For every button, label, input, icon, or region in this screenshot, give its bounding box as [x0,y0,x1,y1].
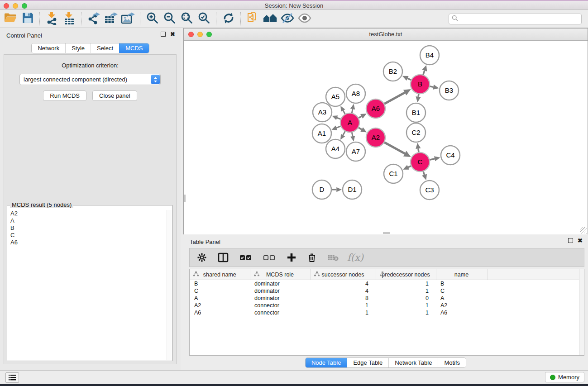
column-header-predecessor-nodes[interactable]: predecessor nodes [376,269,436,280]
canvas-horizontal-scrollbar[interactable] [383,232,390,234]
import-network-button[interactable] [43,11,61,27]
node-B1[interactable]: B1 [406,103,425,122]
hide-selected-button[interactable] [279,11,296,27]
node-A6[interactable]: A6 [366,99,385,118]
node-C4[interactable]: C4 [441,146,460,165]
node-A7[interactable]: A7 [346,142,365,161]
export-network-button[interactable] [85,11,102,27]
tab-edge-table[interactable]: Edge Table [347,358,388,367]
search-field[interactable] [449,14,582,24]
open-session-button[interactable] [2,11,19,27]
mcds-result-item[interactable]: B [8,224,167,232]
edge-A2-C[interactable] [382,141,411,157]
add-row-button[interactable] [287,253,296,262]
cell-predecessor-nodes[interactable]: 1 [376,302,436,309]
function-builder-button[interactable]: f(x) [347,252,363,263]
cell-predecessor-nodes[interactable]: 0 [376,295,436,302]
select-all-button[interactable] [239,254,252,261]
close-panel-button[interactable]: Close panel [92,91,137,101]
deselect-all-button[interactable] [263,254,276,261]
cell-MCDS-role[interactable]: connector [250,309,310,316]
node-A3[interactable]: A3 [313,103,332,122]
cell-shared-name[interactable]: A2 [190,302,250,309]
node-B[interactable]: B [411,75,430,94]
column-header-successor-nodes[interactable]: successor nodes [310,269,376,280]
task-history-button[interactable] [5,372,19,383]
cell-shared-name[interactable]: B [190,280,250,288]
show-all-networks-button[interactable] [262,11,279,27]
result-scrollbar[interactable] [167,210,172,360]
cell-name[interactable]: C [436,287,487,295]
cell-shared-name[interactable]: C [190,287,250,295]
close-panel-icon[interactable]: ✖ [578,238,583,243]
cell-name[interactable]: A [436,295,487,302]
node-A5[interactable]: A5 [326,87,345,106]
cell-successor-nodes[interactable]: 1 [310,309,376,316]
node-B2[interactable]: B2 [383,62,402,81]
zoom-selected-button[interactable] [196,11,213,27]
node-B4[interactable]: B4 [420,46,439,65]
cell-name[interactable]: A2 [436,302,487,309]
tab-mcds[interactable]: MCDS [119,43,148,53]
node-B3[interactable]: B3 [440,81,459,100]
zoom-fit-button[interactable] [178,11,196,27]
mcds-result-item[interactable]: A2 [8,210,167,217]
cell-MCDS-role[interactable]: connector [250,302,310,309]
table-row[interactable]: A6connector11A6 [190,309,584,316]
table-settings-button[interactable] [197,253,207,262]
table-row[interactable]: Adominator80A [190,295,584,302]
cell-predecessor-nodes[interactable]: 1 [376,287,436,295]
table-row[interactable]: Cdominator41C [190,287,584,295]
cell-name[interactable]: A6 [436,309,487,316]
criterion-dropdown[interactable]: largest connected component (directed) [19,74,161,85]
column-header-shared-name[interactable]: shared name [190,269,250,280]
network-from-file-button[interactable] [244,11,262,27]
table-scrollbar[interactable] [579,269,584,355]
show-columns-button[interactable] [218,253,229,262]
cell-shared-name[interactable]: A6 [190,309,250,316]
node-C2[interactable]: C2 [406,123,425,142]
tab-select[interactable]: Select [91,43,119,53]
float-panel-icon[interactable] [161,32,166,37]
apply-layout-button[interactable] [220,11,237,27]
node-A2[interactable]: A2 [366,128,385,147]
column-header-MCDS-role[interactable]: MCDS role [250,269,310,280]
zoom-in-button[interactable] [144,11,161,27]
cell-predecessor-nodes[interactable]: 1 [376,309,436,316]
node-D[interactable]: D [312,180,331,199]
node-A8[interactable]: A8 [346,84,365,103]
memory-button[interactable]: Memory [545,372,584,382]
tab-network[interactable]: Network [32,43,65,53]
delete-row-button[interactable] [307,253,316,262]
tab-style[interactable]: Style [65,43,91,53]
table-row[interactable]: A2connector11A2 [190,302,584,309]
cell-name[interactable]: B [436,280,487,288]
node-C3[interactable]: C3 [420,181,439,200]
table-row[interactable]: Bdominator41B [190,280,584,288]
zoom-out-button[interactable] [161,11,178,27]
cell-MCDS-role[interactable]: dominator [250,287,310,295]
node-C1[interactable]: C1 [384,164,403,183]
search-input[interactable] [460,15,581,23]
node-D1[interactable]: D1 [343,180,362,199]
canvas-vertical-scrollbar[interactable] [184,195,186,202]
cell-successor-nodes[interactable]: 8 [310,295,376,302]
import-table-button[interactable] [61,11,78,27]
mcds-result-item[interactable]: C [8,232,167,239]
mcds-result-item[interactable]: A6 [8,239,167,246]
network-graph[interactable]: B4B2BB3B1A5A8A6A3AA1A2C2A4A7CC4C1C3DD1 [184,41,588,234]
float-panel-icon[interactable] [568,238,573,243]
cell-successor-nodes[interactable]: 4 [310,287,376,295]
cell-successor-nodes[interactable]: 4 [310,280,376,288]
show-all-button[interactable] [296,11,313,27]
node-A1[interactable]: A1 [312,124,331,143]
cell-MCDS-role[interactable]: dominator [250,295,310,302]
node-A[interactable]: A [340,113,359,132]
run-mcds-button[interactable]: Run MCDS [43,91,86,101]
cell-MCDS-role[interactable]: dominator [250,280,310,288]
edge-A6-B[interactable] [382,89,411,105]
cell-successor-nodes[interactable]: 1 [310,302,376,309]
tab-node-table[interactable]: Node Table [306,358,347,367]
mcds-result-list[interactable]: A2ABCA6 [8,210,167,360]
export-image-button[interactable] [120,11,137,27]
